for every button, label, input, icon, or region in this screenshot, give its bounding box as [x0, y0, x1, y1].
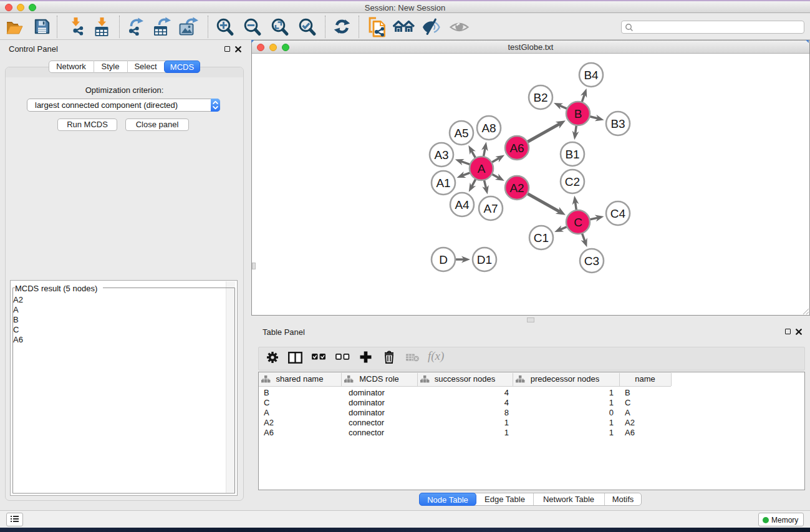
svg-text:B: B: [574, 107, 582, 120]
svg-text:D1: D1: [477, 253, 492, 266]
svg-text:A2: A2: [509, 181, 524, 195]
svg-text:A5: A5: [454, 127, 468, 140]
svg-text:A4: A4: [455, 198, 470, 211]
svg-text:C2: C2: [565, 175, 580, 188]
svg-text:C4: C4: [610, 207, 626, 220]
svg-text:A8: A8: [481, 122, 496, 135]
svg-text:A3: A3: [434, 148, 448, 162]
svg-text:C3: C3: [584, 254, 599, 268]
svg-text:A7: A7: [483, 202, 498, 215]
svg-text:B1: B1: [565, 148, 579, 161]
svg-text:A6: A6: [509, 142, 524, 155]
svg-text:B4: B4: [584, 69, 599, 82]
svg-text:D: D: [439, 253, 448, 266]
svg-text:C1: C1: [534, 231, 549, 244]
svg-text:A1: A1: [436, 177, 450, 190]
svg-text:C: C: [574, 216, 582, 229]
svg-text:B3: B3: [610, 117, 625, 130]
svg-text:A: A: [478, 162, 486, 175]
svg-text:B2: B2: [533, 91, 547, 104]
